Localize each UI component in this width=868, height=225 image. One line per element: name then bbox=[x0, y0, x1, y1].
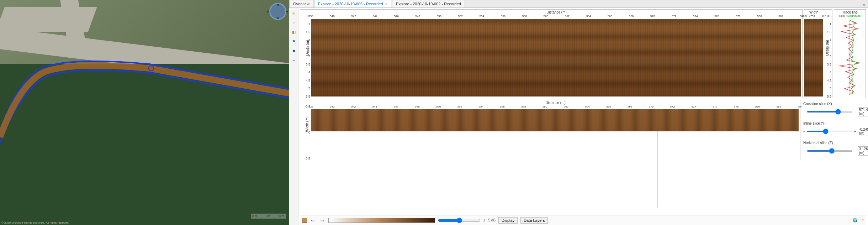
flag-icon[interactable]: ⚑ bbox=[290, 38, 297, 45]
trace-legend-real: Real bbox=[839, 14, 845, 17]
width-crosshair-h[interactable] bbox=[804, 62, 823, 62]
bscan-xlabel: Distance (m) bbox=[546, 10, 567, 14]
tab-bar: Overview Explore - 2020-10-19-005 - Reco… bbox=[289, 0, 868, 8]
compass-e: E bbox=[286, 10, 288, 13]
display-button[interactable]: Display bbox=[498, 217, 518, 224]
crossline-plus-icon[interactable]: + bbox=[854, 110, 856, 114]
compass[interactable]: N S E W bbox=[269, 3, 286, 20]
trace-plot bbox=[836, 20, 864, 95]
compass-n: N bbox=[277, 3, 279, 6]
close-icon[interactable]: × bbox=[385, 2, 387, 6]
map-scale-bar: 0 m 5 m 10 m bbox=[251, 214, 286, 219]
cscan-crosshair-v[interactable] bbox=[657, 109, 657, 208]
width-radargram[interactable] bbox=[804, 19, 823, 96]
tab-explore-002[interactable]: Explore - 2020-10-19-002 - Recorded bbox=[392, 0, 465, 7]
bscan-radargram[interactable] bbox=[311, 19, 801, 96]
horizontal-value[interactable]: 3.126 (m) bbox=[858, 146, 868, 156]
trace-legend-mag: Magnitude bbox=[847, 14, 861, 17]
inline-minus-icon[interactable]: − bbox=[803, 130, 805, 134]
gain-slider[interactable] bbox=[438, 218, 481, 223]
inline-value[interactable]: -0.245 (m) bbox=[858, 127, 868, 136]
scale-0: 0 m bbox=[252, 214, 258, 218]
compass-s: S bbox=[277, 16, 279, 20]
scale-5: 5 m bbox=[265, 214, 270, 218]
cscan-crosshair-h[interactable] bbox=[311, 129, 799, 129]
crossline-label: Crossline slice (X) bbox=[803, 102, 864, 106]
trace-title: Trace line bbox=[834, 10, 866, 14]
map-copyright: © 2020 Microsoft and its suppliers. All … bbox=[1, 221, 69, 224]
tab-explore-005[interactable]: Explore - 2020-10-19-005 - Recorded × bbox=[314, 0, 391, 7]
trace-view[interactable]: Trace line Real / Magnitude bbox=[834, 9, 866, 98]
bscan-view[interactable]: Depth (m) 0.511.522.533.544.555.5 Distan… bbox=[300, 9, 803, 98]
scale-10: 10 m bbox=[277, 214, 284, 218]
horizontal-plus-icon[interactable]: + bbox=[854, 149, 856, 153]
crossline-slider[interactable] bbox=[807, 111, 853, 112]
tab-explore-005-label: Explore - 2020-10-19-005 - Recorded bbox=[318, 2, 383, 6]
trace-legend: Real / Magnitude bbox=[834, 14, 866, 17]
slice-sliders: Crossline slice (X) − + 571.436 (m) Inli… bbox=[802, 100, 866, 160]
satellite-basemap bbox=[0, 0, 289, 225]
data-panel: Overview Explore - 2020-10-19-005 - Reco… bbox=[289, 0, 868, 225]
tab-overview-label: Overview bbox=[293, 2, 309, 6]
width-view[interactable]: Width (m) -0.500.5 0.511.522.533.544.555… bbox=[804, 9, 832, 98]
cloud-icon[interactable]: ☁ bbox=[290, 56, 297, 63]
gain-value: 5 dB bbox=[488, 218, 496, 222]
prev-arrow-icon[interactable]: ⇐ bbox=[310, 218, 316, 223]
width-ylabel: Depth (m) bbox=[825, 40, 829, 56]
horizontal-label: Horizontal slice (Z) bbox=[803, 141, 864, 145]
ruler-icon[interactable]: ⟋ bbox=[290, 19, 297, 26]
compass-w: W bbox=[267, 10, 270, 13]
refresh-icon[interactable]: ⟳ bbox=[861, 218, 864, 223]
panel-close-icon[interactable]: × bbox=[860, 2, 868, 7]
cscan-xlabel: Distance (m) bbox=[545, 101, 566, 105]
inline-plus-icon[interactable]: + bbox=[854, 130, 856, 134]
color-swatch-icon[interactable] bbox=[302, 218, 307, 223]
next-arrow-icon[interactable]: ⇒ bbox=[319, 218, 326, 223]
bookmark-icon[interactable]: ◆ bbox=[290, 47, 297, 54]
cscan-empty-region bbox=[311, 131, 799, 158]
crossline-minus-icon[interactable]: − bbox=[803, 110, 805, 114]
crossline-value[interactable]: 571.436 (m) bbox=[858, 107, 868, 116]
tab-explore-002-label: Explore - 2020-10-19-002 - Recorded bbox=[396, 2, 461, 6]
horizontal-slider[interactable] bbox=[807, 150, 853, 152]
inline-slider[interactable] bbox=[807, 131, 853, 132]
cscan-view[interactable]: Width (m) -0.500.5 Distance (m) 53854054… bbox=[300, 100, 800, 160]
width-crosshair-v[interactable] bbox=[812, 19, 812, 96]
horizontal-minus-icon[interactable]: − bbox=[803, 149, 805, 153]
tab-overview[interactable]: Overview bbox=[289, 0, 313, 7]
cscan-radargram[interactable] bbox=[311, 109, 799, 158]
map-view[interactable]: N S E W 0 m 5 m 10 m © 2020 Microsoft an… bbox=[0, 0, 289, 225]
globe-icon[interactable]: 🌍 bbox=[853, 218, 858, 223]
gain-sign: ± bbox=[483, 218, 486, 222]
inline-label: Inline slice (Y) bbox=[803, 121, 864, 125]
sun-icon[interactable]: ☀ bbox=[290, 10, 297, 17]
bscan-crosshair-v[interactable] bbox=[659, 19, 659, 96]
data-layers-button[interactable]: Data Layers bbox=[520, 217, 548, 224]
left-toolstrip: ☀ ⟋ ◧ ⚑ ◆ ☁ bbox=[289, 8, 298, 225]
colormap-gradient[interactable] bbox=[328, 218, 435, 223]
bscan-crosshair-h[interactable] bbox=[311, 62, 801, 62]
layers-icon[interactable]: ◧ bbox=[290, 28, 297, 36]
bottom-toolbar: ⇐ ⇒ ± 5 dB Display Data Layers 🌍 ⟳ bbox=[300, 215, 866, 225]
